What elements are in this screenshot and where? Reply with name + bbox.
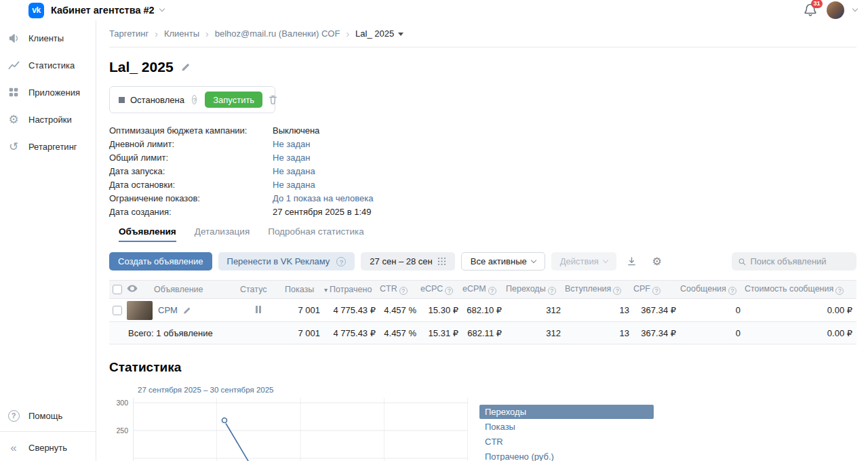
legend-item-clicks[interactable]: Переходы [479,405,654,419]
sidebar-item-collapse[interactable]: « Свернуть [0,434,96,461]
chevron-down-icon [159,6,164,12]
breadcrumb-item-targeting[interactable]: Таргетинг [109,28,149,39]
detail-row: Дневной лимит:Не задан [109,137,856,151]
sidebar-divider [0,431,96,432]
notifications-button[interactable]: 31 [803,3,818,18]
sidebar-item-settings[interactable]: ⚙ Настройки [0,106,96,133]
data-point-marker[interactable] [222,418,227,423]
campaign-status-card: Остановлена ? Запустить [109,86,275,113]
col-header-impressions[interactable]: Показы [285,281,324,299]
page-title: Lal_ 2025 [109,59,174,75]
sidebar-item-label: Статистика [28,60,75,71]
detail-label: Дата остановки: [109,180,273,190]
cell-ecpm: 682.10 ₽ [462,299,506,322]
workspace-title[interactable]: Кабинет агентства #2 [51,5,164,16]
pause-icon[interactable] [256,306,261,313]
sidebar-item-label: Помощь [28,411,62,421]
cell-ctr: 4.457 % [380,299,420,322]
caret-down-icon [398,33,403,36]
col-header-ecpm[interactable]: eCPM? [462,281,506,299]
ad-thumbnail[interactable] [127,301,153,320]
col-header-status[interactable]: Статус [236,281,285,299]
col-header-clicks[interactable]: Переходы? [506,281,565,299]
download-icon [627,256,637,266]
collapse-icon: « [7,441,20,454]
col-header-message-cost[interactable]: Стоимость сообщения? [745,281,856,299]
sidebar-item-help[interactable]: ? Помощь [0,402,96,429]
chevron-right-icon: › [346,28,349,39]
col-header-ctr[interactable]: CTR? [380,281,420,299]
cell-cpf: 367.34 ₽ [633,299,680,322]
sidebar-item-clients[interactable]: Клиенты [0,24,96,52]
col-header-cpf[interactable]: CPF? [633,281,680,299]
col-header-spent[interactable]: ▾Потрачено [324,281,380,299]
detail-row: Дата запуска:Не задана [109,164,856,178]
tab-detailed-statistics[interactable]: Подробная статистика [268,224,363,242]
user-avatar[interactable] [827,1,844,19]
pencil-icon[interactable] [183,306,191,315]
transfer-to-vk-ads-button[interactable]: Перенести в VK Рекламу ? [218,252,355,270]
select-all-checkbox[interactable] [113,285,122,294]
sidebar-item-label: Ретаргетинг [28,142,77,152]
account-menu-chevron-icon[interactable] [852,6,858,12]
workspace-title-label: Кабинет агентства #2 [51,5,155,16]
breadcrumb-item-client[interactable]: belhoz@mail.ru (Валенки) COF [215,28,340,39]
legend-item-impressions[interactable]: Показы [479,420,654,434]
total-ecpm: 682.11 ₽ [462,322,506,344]
detail-label: Оптимизация бюджета кампании: [109,125,273,136]
detail-value-link[interactable]: Не задана [273,180,315,190]
actions-dropdown[interactable]: Действия [551,252,616,270]
transfer-label: Перенести в VK Рекламу [227,256,330,266]
detail-value-link[interactable]: Не задан [273,153,310,163]
vk-logo[interactable]: vk [28,3,44,18]
clients-megaphone-icon [7,31,20,45]
top-right-controls: 31 [803,0,857,20]
tab-ads[interactable]: Объявления [119,224,176,242]
col-header-joins[interactable]: Вступления? [565,281,633,299]
detail-value-link[interactable]: Не задана [273,166,315,176]
col-header-ecpc[interactable]: eCPC? [420,281,462,299]
chevron-down-icon [602,257,608,262]
breadcrumb-current-campaign[interactable]: Lal_ 2025 [355,28,403,39]
retargeting-arrow-icon: ↺ [7,140,20,153]
delete-campaign-button[interactable] [268,94,278,105]
start-campaign-button[interactable]: Запустить [205,92,262,108]
total-cpf: 367.34 ₽ [633,322,680,344]
date-range-button[interactable]: 27 сен – 28 сен [361,252,454,270]
series-line [226,424,250,461]
sidebar-item-statistics[interactable]: Статистика [0,52,96,79]
create-ad-button[interactable]: Создать объявление [109,252,212,270]
sidebar-item-apps[interactable]: Приложения [0,79,96,106]
ad-name-link[interactable]: CPM [158,305,178,315]
campaign-details: Оптимизация бюджета кампании:Выключена Д… [109,123,856,218]
detail-label: Дата создания: [109,207,273,217]
search-input[interactable] [750,256,850,266]
export-button[interactable] [623,252,642,270]
page-title-row: Lal_ 2025 [109,58,856,76]
edit-title-button[interactable] [181,62,191,72]
table-settings-button[interactable]: ⚙ [648,252,667,270]
legend-item-spent[interactable]: Потрачено (руб.) [479,449,654,461]
status-filter-dropdown[interactable]: Все активные [461,252,545,270]
breadcrumb-item-clients[interactable]: Клиенты [164,28,199,39]
legend-item-ctr[interactable]: CTR [479,435,654,449]
line-chart-plot [133,398,468,461]
vk-ads-app: vk Кабинет агентства #2 31 Клиенты Стат [0,0,868,461]
sidebar-item-retargeting[interactable]: ↺ Ретаргетинг [0,133,96,160]
row-checkbox[interactable] [113,306,122,315]
detail-value-link[interactable]: Не задан [273,139,310,149]
ad-row: CPM 7 001 4 775.43 ₽ 4.457 % 15.30 ₽ 682… [109,299,856,322]
col-header-ad[interactable]: Объявление [148,281,236,299]
statistics-period-link[interactable]: 27 сентября 2025 – 30 сентября 2025 [138,386,273,394]
col-header-messages[interactable]: Сообщения? [680,281,745,299]
detail-value-link[interactable]: До 1 показа на человека [273,193,374,203]
status-help-icon[interactable]: ? [192,95,197,104]
detail-row: Дата остановки:Не задана [109,178,856,191]
main-content: Таргетинг › Клиенты › belhoz@mail.ru (Ва… [96,20,868,461]
total-spent: 4 775.43 ₽ [324,322,380,344]
gear-icon: ⚙ [652,255,662,268]
tab-detailing[interactable]: Детализация [195,224,250,242]
detail-value: 27 сентября 2025 в 1:49 [273,207,372,217]
eye-icon [127,285,138,292]
detail-row: Оптимизация бюджета кампании:Выключена [109,123,856,137]
